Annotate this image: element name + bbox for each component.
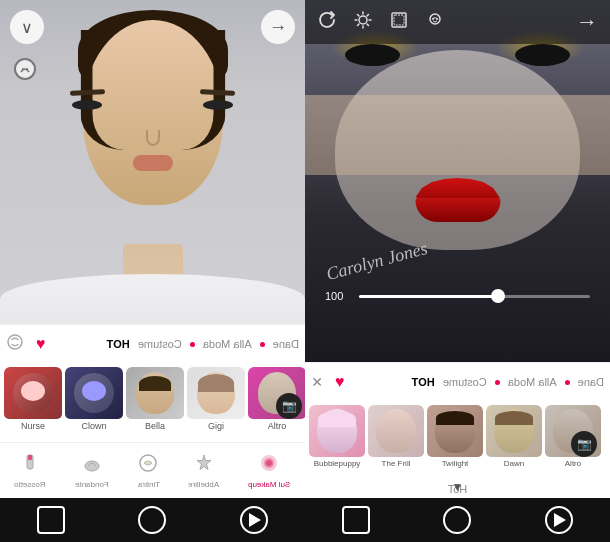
svg-point-24 bbox=[436, 18, 438, 20]
thumb-label-bella: Bella bbox=[126, 419, 184, 431]
right-thumb-dawn[interactable]: Dawn bbox=[486, 405, 542, 475]
category-dane[interactable]: Dane bbox=[273, 338, 299, 350]
cat-separator bbox=[260, 341, 265, 346]
thumb-img-bubblepuppy bbox=[309, 405, 365, 457]
right-camera-badge: 📷 bbox=[571, 431, 597, 457]
right-panel: → Carolyn Jones 100 bbox=[305, 0, 610, 542]
tool-sul-makeup[interactable]: Sul Makeup bbox=[248, 453, 290, 489]
right-thumb-twilight[interactable]: Twilight bbox=[427, 405, 483, 475]
left-nav-square[interactable] bbox=[37, 506, 65, 534]
right-cat-alla-moda[interactable]: Alla Moda bbox=[508, 376, 557, 388]
tool-abbellire[interactable]: Abbellire bbox=[188, 453, 219, 489]
right-thumb-bubblepuppy[interactable]: Bubblepuppy bbox=[309, 405, 365, 475]
brightness-icon[interactable] bbox=[353, 10, 373, 35]
left-nav-bar bbox=[0, 498, 305, 542]
right-cat-dane[interactable]: Dane bbox=[578, 376, 604, 388]
right-cat-sep bbox=[565, 379, 570, 384]
eye-left bbox=[345, 44, 400, 66]
left-category-bar: Dane Alla Moda Costume HOT ♥ bbox=[0, 324, 305, 362]
thumb-label-nurse: Nurse bbox=[4, 419, 62, 431]
slider-value: 100 bbox=[325, 290, 349, 302]
slider-track[interactable] bbox=[359, 295, 590, 298]
right-thumbnail-strip: Bubblepuppy The Frill Twilight bbox=[305, 400, 610, 480]
right-cat-hot[interactable]: HOT bbox=[412, 376, 435, 388]
svg-line-18 bbox=[367, 14, 368, 15]
right-bg: Carolyn Jones 100 bbox=[305, 0, 610, 362]
left-panel: ∨ → Dane Alla Moda Costume HOT ♥ bbox=[0, 0, 305, 542]
tintira-icon bbox=[138, 453, 158, 478]
right-thumb-frill[interactable]: The Frill bbox=[368, 405, 424, 475]
camera-badge: 📷 bbox=[276, 393, 302, 419]
tool-tintira[interactable]: Tintira bbox=[138, 453, 160, 489]
svg-point-10 bbox=[266, 460, 272, 466]
thumb-bella[interactable]: Bella bbox=[126, 367, 184, 437]
slider-thumb[interactable] bbox=[491, 289, 505, 303]
sul-makeup-icon bbox=[259, 453, 279, 478]
thumb-img-dawn bbox=[486, 405, 542, 457]
collapse-arrow-icon[interactable]: ▼ bbox=[452, 480, 464, 494]
thumb-clown[interactable]: Clown bbox=[65, 367, 123, 437]
skin-base bbox=[305, 95, 610, 175]
right-thumb-label-twilight: Twilight bbox=[442, 457, 469, 468]
right-thumb-strip-wrapper: Bubblepuppy The Frill Twilight bbox=[305, 400, 610, 480]
right-thumb-altro[interactable]: Altro 📷 bbox=[545, 405, 601, 475]
category-costume[interactable]: Costume bbox=[138, 338, 182, 350]
svg-point-11 bbox=[359, 16, 367, 24]
right-nav-play[interactable] bbox=[545, 506, 573, 534]
svg-line-16 bbox=[358, 14, 359, 15]
thumb-nurse[interactable]: Nurse bbox=[4, 367, 62, 437]
cat-separator-2 bbox=[190, 341, 195, 346]
shoulders bbox=[0, 274, 305, 324]
svg-point-2 bbox=[26, 68, 28, 70]
tool-label-sul-makeup: Sul Makeup bbox=[248, 480, 290, 489]
right-nav-circle[interactable] bbox=[443, 506, 471, 534]
lower-lip bbox=[415, 198, 500, 222]
category-hot[interactable]: HOT bbox=[107, 338, 130, 350]
next-button[interactable]: → bbox=[261, 10, 295, 44]
right-thumb-label-frill: The Frill bbox=[382, 457, 411, 468]
svg-line-19 bbox=[358, 24, 359, 25]
right-toolbar: → bbox=[305, 0, 610, 44]
heart-icon[interactable]: ♥ bbox=[36, 335, 46, 353]
thumb-img-frill bbox=[368, 405, 424, 457]
crop-icon[interactable] bbox=[389, 10, 409, 35]
left-nav-play[interactable] bbox=[240, 506, 268, 534]
tool-label-fondante: Fondante bbox=[75, 480, 109, 489]
left-nav-circle[interactable] bbox=[138, 506, 166, 534]
right-nav-bar bbox=[305, 498, 610, 542]
right-arrow-icon[interactable]: → bbox=[576, 9, 598, 35]
svg-rect-5 bbox=[28, 455, 32, 460]
right-eye bbox=[203, 100, 233, 110]
svg-rect-21 bbox=[394, 15, 404, 25]
slider-fill bbox=[359, 295, 498, 298]
intensity-slider[interactable]: 100 bbox=[325, 290, 590, 302]
left-eye bbox=[72, 100, 102, 110]
thumb-gigi[interactable]: Gigi bbox=[187, 367, 245, 437]
nose bbox=[146, 130, 160, 146]
thumb-label-altro: Altro bbox=[248, 419, 305, 431]
upper-lip bbox=[415, 178, 500, 198]
tool-rossetto[interactable]: Rossetto bbox=[14, 453, 46, 489]
eye-right bbox=[515, 44, 570, 66]
tool-fondante[interactable]: Fondante bbox=[75, 453, 109, 489]
rotate-icon[interactable] bbox=[317, 10, 337, 35]
right-category-bar: Dane Alla Moda Costume HOT ♥ ✕ bbox=[305, 362, 610, 400]
collapse-button[interactable]: ∨ bbox=[10, 10, 44, 44]
lips bbox=[133, 155, 173, 171]
right-cat-costume[interactable]: Costume bbox=[443, 376, 487, 388]
left-tools-bar: Rossetto Fondante Tintira Abbellire bbox=[0, 442, 305, 498]
close-icon[interactable]: ✕ bbox=[311, 374, 323, 390]
right-nav-square[interactable] bbox=[342, 506, 370, 534]
face-filter-icon[interactable] bbox=[425, 10, 445, 35]
edit-icon[interactable] bbox=[10, 54, 40, 84]
svg-line-17 bbox=[367, 24, 368, 25]
category-alla-moda[interactable]: Alla Moda bbox=[203, 338, 252, 350]
right-heart-icon[interactable]: ♥ bbox=[335, 373, 345, 391]
svg-point-23 bbox=[432, 18, 434, 20]
left-face-area: ∨ → bbox=[0, 0, 305, 324]
left-face-image bbox=[0, 0, 305, 324]
refresh-icon[interactable] bbox=[6, 333, 24, 355]
thumb-altro[interactable]: Altro 📷 bbox=[248, 367, 305, 437]
right-thumb-label-dawn: Dawn bbox=[504, 457, 524, 468]
tool-label-abbellire: Abbellire bbox=[188, 480, 219, 489]
